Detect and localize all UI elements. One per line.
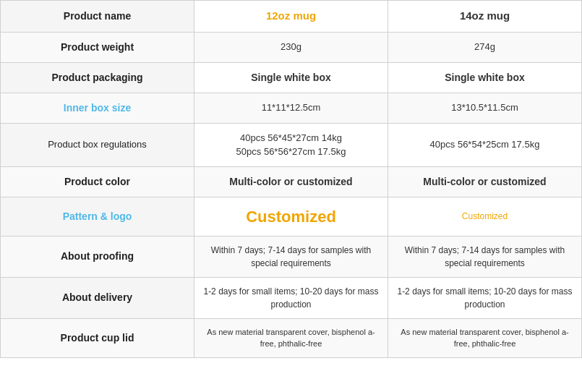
col2-inner-box-size: 13*10.5*11.5cm xyxy=(388,93,582,123)
col1-product-weight: 230g xyxy=(194,32,388,62)
col1-product-name: 12oz mug xyxy=(194,1,388,33)
col2-product-packaging: Single white box xyxy=(388,62,582,93)
label-product-packaging: Product packaging xyxy=(1,62,194,93)
label-product-cup-lid: Product cup lid xyxy=(1,318,194,357)
label-product-box-regulations: Product box regulations xyxy=(1,123,194,166)
col2-pattern-logo: Customized xyxy=(388,197,582,236)
label-pattern-logo: Pattern & logo xyxy=(1,197,194,236)
col1-inner-box-size: 11*11*12.5cm xyxy=(194,93,388,123)
col1-about-delivery: 1-2 days for small items; 10-20 days for… xyxy=(194,277,388,318)
label-inner-box-size: Inner box size xyxy=(1,93,194,123)
col1-product-cup-lid: As new material transparent cover, bisph… xyxy=(194,318,388,357)
label-product-weight: Product weight xyxy=(1,32,194,62)
col2-product-color: Multi-color or customized xyxy=(388,166,582,197)
col1-about-proofing: Within 7 days; 7-14 days for samples wit… xyxy=(194,236,388,277)
col1-product-packaging: Single white box xyxy=(194,62,388,93)
label-product-color: Product color xyxy=(1,166,194,197)
label-about-delivery: About delivery xyxy=(1,277,194,318)
col2-product-weight: 274g xyxy=(388,32,582,62)
col1-product-color: Multi-color or customized xyxy=(194,166,388,197)
col2-product-cup-lid: As new material transparent cover, bisph… xyxy=(388,318,582,357)
label-about-proofing: About proofing xyxy=(1,236,194,277)
col1-pattern-logo: Customized xyxy=(194,197,388,236)
label-product-name: Product name xyxy=(1,1,194,33)
col1-product-box-regulations: 40pcs 56*45*27cm 14kg 50pcs 56*56*27cm 1… xyxy=(194,123,388,166)
col2-about-delivery: 1-2 days for small items; 10-20 days for… xyxy=(388,277,582,318)
col2-about-proofing: Within 7 days; 7-14 days for samples wit… xyxy=(388,236,582,277)
col2-product-box-regulations: 40pcs 56*54*25cm 17.5kg xyxy=(388,123,582,166)
col2-product-name: 14oz mug xyxy=(388,1,582,33)
